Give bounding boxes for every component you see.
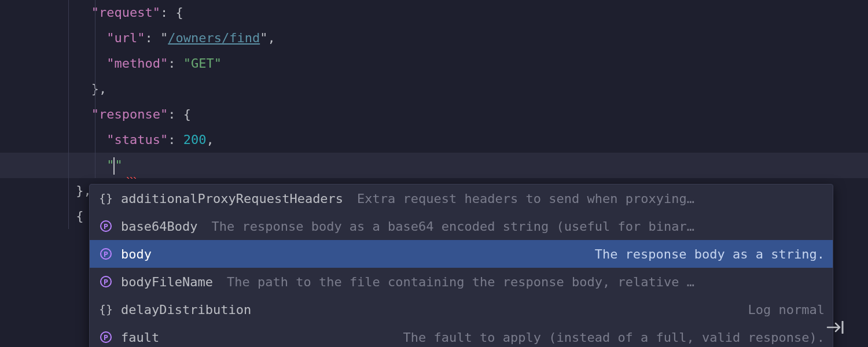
autocomplete-label: fault (121, 330, 159, 345)
json-value-link[interactable]: /owners/find (168, 25, 260, 51)
punctuation: }, (91, 76, 107, 102)
code-line[interactable]: "method" : "GET" (0, 51, 868, 76)
json-key: "url" (106, 25, 145, 51)
code-line[interactable]: "response" : { (0, 102, 868, 127)
property-icon: P (98, 218, 114, 234)
autocomplete-item[interactable]: PbodyThe response body as a string. (90, 240, 833, 268)
autocomplete-item[interactable]: Pbase64BodyThe response body as a base64… (90, 212, 833, 240)
autocomplete-description: The response body as a base64 encoded st… (211, 219, 825, 234)
code-line[interactable]: "url" : " /owners/find " , (0, 25, 868, 51)
punctuation: { (76, 204, 83, 229)
punctuation: : { (168, 102, 191, 127)
autocomplete-description: The response body as a string. (165, 247, 825, 261)
json-value: "GET" (183, 51, 222, 76)
code-line-active[interactable]: "" (0, 153, 868, 178)
autocomplete-item[interactable]: {}delayDistributionLog normal (90, 296, 833, 323)
braces-icon: {} (98, 301, 114, 318)
json-key: "method" (106, 51, 168, 76)
code-line[interactable]: "status" : 200 , (0, 127, 868, 153)
autocomplete-description: The path to the file containing the resp… (227, 275, 825, 289)
autocomplete-description: Extra request headers to send when proxy… (357, 191, 825, 206)
braces-icon: {} (98, 190, 114, 206)
json-key: "response" (91, 102, 168, 127)
property-icon: P (98, 246, 114, 262)
autocomplete-item[interactable]: {}additionalProxyRequestHeadersExtra req… (90, 184, 833, 212)
tab-jump-icon[interactable] (826, 321, 846, 337)
autocomplete-label: additionalProxyRequestHeaders (121, 191, 343, 206)
autocomplete-label: bodyFileName (121, 275, 213, 289)
json-key: "request" (91, 0, 160, 25)
autocomplete-item[interactable]: PfaultThe fault to apply (instead of a f… (90, 323, 833, 347)
json-key: "status" (106, 127, 168, 153)
autocomplete-description: Log normal (265, 302, 825, 317)
code-line[interactable]: }, (0, 76, 868, 102)
json-value: 200 (183, 127, 207, 153)
text-cursor (113, 157, 115, 175)
property-icon: P (98, 329, 114, 345)
json-empty-string: "" (106, 153, 123, 178)
punctuation: : { (160, 0, 183, 25)
autocomplete-label: delayDistribution (121, 302, 251, 317)
code-line[interactable]: "request" : { (0, 0, 868, 25)
autocomplete-label: body (121, 247, 152, 261)
property-icon: P (98, 274, 114, 290)
autocomplete-description: The fault to apply (instead of a full, v… (173, 330, 825, 345)
autocomplete-item[interactable]: PbodyFileNameThe path to the file contai… (90, 268, 833, 296)
autocomplete-label: base64Body (121, 219, 197, 234)
autocomplete-popup[interactable]: {}additionalProxyRequestHeadersExtra req… (89, 184, 833, 347)
